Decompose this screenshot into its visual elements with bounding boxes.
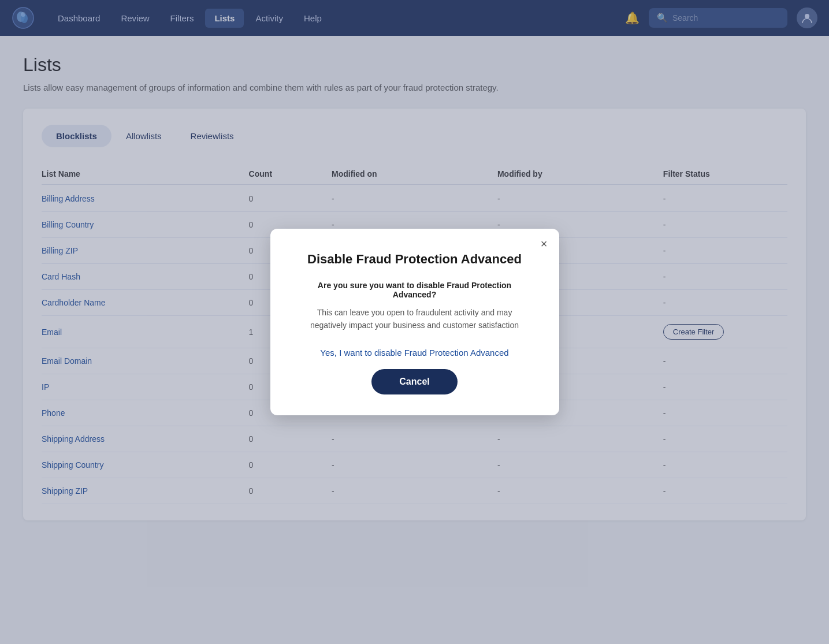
modal-cancel-button[interactable]: Cancel <box>371 369 457 394</box>
modal-confirm-link[interactable]: Yes, I want to disable Fraud Protection … <box>298 348 531 358</box>
modal-dialog: × Disable Fraud Protection Advanced Are … <box>270 229 559 416</box>
modal-overlay[interactable]: × Disable Fraud Protection Advanced Are … <box>0 0 829 644</box>
modal-close-button[interactable]: × <box>541 238 548 250</box>
modal-title: Disable Fraud Protection Advanced <box>298 252 531 267</box>
modal-warning: Are you sure you want to disable Fraud P… <box>298 281 531 299</box>
modal-body-text: This can leave you open to fraudulent ac… <box>298 306 531 332</box>
